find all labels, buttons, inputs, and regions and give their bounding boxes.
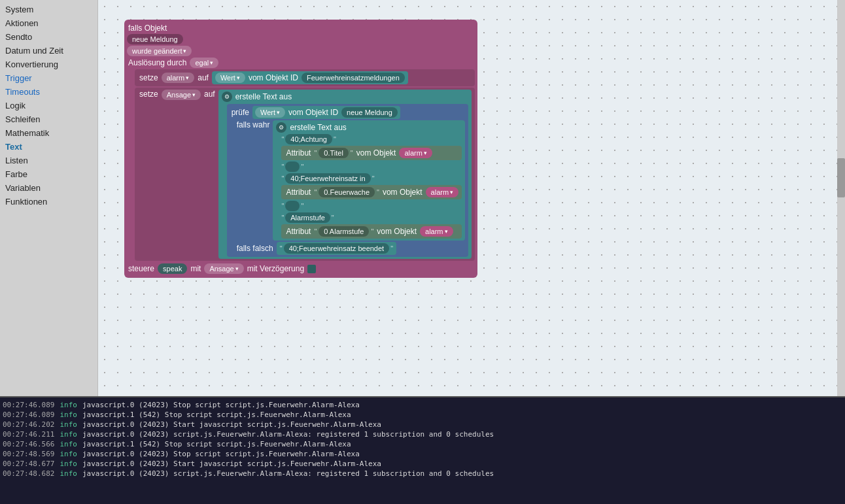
alarm-drop1[interactable]: alarm: [399, 148, 432, 158]
feuerwehr-beendet-pill[interactable]: 40;Feuerwehreinsatz beendet: [284, 243, 390, 254]
auf1-label: auf: [196, 73, 210, 82]
neue-meldung-pill[interactable]: neue Meldung: [127, 34, 183, 44]
log-msg: javascript.1 (542) Stop script script.js…: [82, 411, 351, 419]
log-level: info: [60, 430, 77, 439]
log-time: 00:27:48.677: [3, 460, 54, 468]
sidebar-item-mathematik[interactable]: Mathematik: [0, 126, 97, 140]
log-level: info: [60, 450, 77, 458]
sidebar-item-trigger[interactable]: Trigger: [0, 71, 97, 85]
vom-objekt1-label: vom Objekt: [355, 148, 398, 158]
wert-pill1[interactable]: Wert: [215, 73, 245, 83]
falls-wahr-label: falls wahr: [235, 120, 271, 129]
scrollbar-vertical[interactable]: [837, 0, 845, 396]
log-time: 00:27:46.089: [3, 401, 54, 409]
log-time: 00:27:46.211: [3, 430, 54, 439]
alarm-drop3[interactable]: alarm: [420, 226, 453, 237]
sidebar-item-funktionen[interactable]: Funktionen: [0, 195, 97, 209]
log-area[interactable]: 00:27:46.089 info javascript.0 (24023) S…: [0, 396, 845, 504]
log-line: 00:27:48.569 info javascript.0 (24023) S…: [3, 449, 842, 459]
gear-icon1[interactable]: ⚙: [222, 92, 232, 102]
log-level: info: [60, 460, 77, 468]
attribut1-label: Attribut: [285, 148, 312, 158]
log-line: 00:27:46.202 info javascript.0 (24023) S…: [3, 420, 842, 429]
log-line: 00:27:48.677 info javascript.0 (24023) S…: [3, 459, 842, 469]
egal-pill[interactable]: egal: [190, 58, 218, 68]
null-alarmstufe-pill[interactable]: 0 Alarmstufe: [319, 226, 369, 237]
feuerwehr-id-pill[interactable]: Feuerwehreinsatzmeldungen: [302, 73, 405, 83]
feuerwehreinsatz-in-pill[interactable]: 40;Feuerwehreinsatz in: [285, 173, 370, 184]
log-line: 00:27:46.566 info javascript.1 (542) Sto…: [3, 439, 842, 449]
ansage2-pill[interactable]: Ansage: [204, 263, 243, 274]
log-time: 00:27:46.202: [3, 420, 54, 429]
wert-pill2[interactable]: Wert: [255, 107, 285, 118]
sidebar-item-farbe[interactable]: Farbe: [0, 167, 97, 181]
log-line: 00:27:46.089 info javascript.1 (542) Sto…: [3, 410, 842, 420]
log-level: info: [60, 420, 77, 429]
blocks-container: falls Objekt neue Meldung wurde geändert…: [124, 20, 477, 278]
log-time: 00:27:48.569: [3, 450, 54, 458]
vom-objekt2-label: vom Objekt: [381, 188, 424, 197]
log-time: 00:27:48.682: [3, 469, 54, 478]
sidebar-item-listen[interactable]: Listen: [0, 154, 97, 167]
gear-icon2[interactable]: ⚙: [276, 122, 286, 133]
scrollbar-thumb[interactable]: [837, 158, 845, 197]
log-time: 00:27:46.089: [3, 411, 54, 419]
setze1-label: setze: [138, 73, 160, 82]
log-level: info: [60, 401, 77, 409]
wurde-geaendert-pill[interactable]: wurde geändert: [127, 46, 192, 56]
falls-objekt-block[interactable]: falls Objekt neue Meldung wurde geändert…: [124, 20, 477, 278]
sidebar-item-logik[interactable]: Logik: [0, 99, 97, 112]
sidebar-item-schleifen[interactable]: Schleifen: [0, 112, 97, 126]
neue-meldung2-pill[interactable]: neue Meldung: [341, 107, 398, 118]
canvas-area[interactable]: falls Objekt neue Meldung wurde geändert…: [98, 0, 845, 396]
null-titel-pill[interactable]: 0.Titel: [319, 148, 349, 158]
sidebar-item-aktionen[interactable]: Aktionen: [0, 16, 97, 30]
log-level: info: [60, 440, 77, 448]
log-level: info: [60, 411, 77, 419]
sidebar-item-konvertierung[interactable]: Konvertierung: [0, 58, 97, 71]
ansage-pill[interactable]: Ansage: [162, 90, 201, 100]
sidebar-item-text[interactable]: Text: [0, 140, 97, 154]
erstelle-text-aus2: erstelle Text aus: [288, 123, 348, 132]
alarm-pill1[interactable]: alarm: [162, 73, 195, 83]
attribut3-label: Attribut: [285, 227, 312, 236]
log-line: 00:27:46.211 info javascript.0 (24023) s…: [3, 429, 842, 439]
falls-objekt-label: falls Objekt: [127, 24, 168, 33]
sidebar-item-sendto[interactable]: Sendto: [0, 30, 97, 44]
auf2-label: auf: [203, 90, 216, 99]
log-msg: javascript.0 (24023) script.js.Feuerwehr…: [82, 469, 494, 478]
sidebar-item-system[interactable]: System: [0, 3, 97, 16]
vom-objekt-id2: vom Objekt ID: [287, 108, 339, 117]
attr-block2: Attribut " 0.Feuerwache " vom Objekt ala…: [281, 185, 462, 199]
sidebar: System Aktionen Sendto Datum und Zeit Ko…: [0, 0, 98, 396]
sidebar-item-timeouts[interactable]: Timeouts: [0, 85, 97, 99]
alarmstufe-pill[interactable]: Alarmstufe: [285, 212, 330, 223]
alarm-drop2[interactable]: alarm: [426, 187, 459, 197]
erstelle-text-aus1: erstelle Text aus: [234, 92, 294, 101]
empty-pill2[interactable]: [285, 201, 300, 211]
falls-falsch-label: falls falsch: [235, 244, 275, 253]
mit-label: mit: [189, 264, 202, 273]
log-msg: javascript.1 (542) Stop script script.js…: [82, 440, 351, 448]
steuere-label: steuere: [127, 264, 156, 273]
vom-objekt3-label: vom Objekt: [375, 227, 418, 236]
mit-verzogerung-label: mit Verzögerung: [246, 264, 305, 273]
log-msg: javascript.0 (24023) Start javascript sc…: [82, 460, 381, 468]
log-time: 00:27:46.566: [3, 440, 54, 448]
speak-pill[interactable]: speak: [158, 263, 187, 274]
log-line: 00:27:46.089 info javascript.0 (24023) S…: [3, 400, 842, 410]
sidebar-item-datum[interactable]: Datum und Zeit: [0, 44, 97, 58]
log-level: info: [60, 469, 77, 478]
attr-block3: Attribut " 0 Alarmstufe " vom Objekt ala…: [281, 224, 462, 239]
empty-pill1[interactable]: [285, 161, 300, 172]
log-msg: javascript.0 (24023) Stop script script.…: [82, 450, 360, 458]
verzogerung-checkbox[interactable]: [307, 265, 316, 273]
main-area: System Aktionen Sendto Datum und Zeit Ko…: [0, 0, 845, 396]
log-msg: javascript.0 (24023) Start javascript sc…: [82, 420, 381, 429]
null-feuerwache-pill[interactable]: 0.Feuerwache: [319, 187, 375, 197]
vom-objekt-id1: vom Objekt ID: [247, 73, 300, 82]
log-msg: javascript.0 (24023) Stop script script.…: [82, 401, 360, 409]
sidebar-item-variablen[interactable]: Variablen: [0, 181, 97, 195]
prufe-label: prüfe: [230, 108, 250, 117]
achtung-pill[interactable]: 40;Achtung: [285, 134, 332, 144]
